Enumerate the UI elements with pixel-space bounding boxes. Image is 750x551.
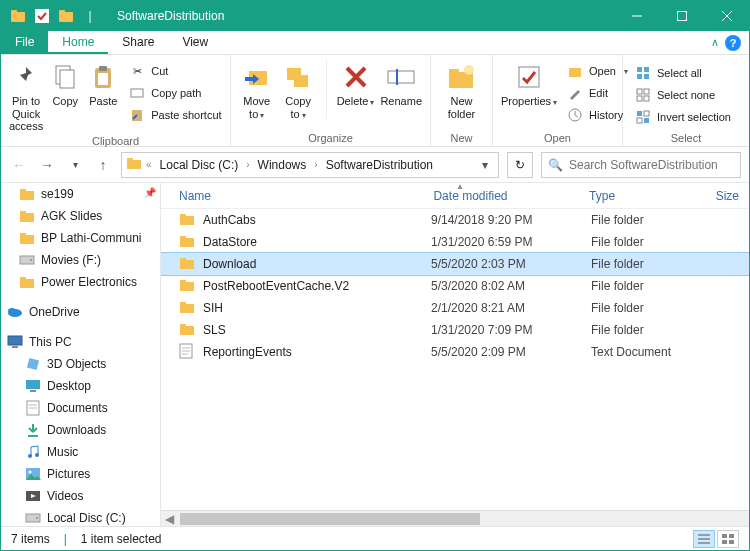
new-folder-button[interactable]: New folder [439, 59, 484, 120]
file-row-authcabs[interactable]: AuthCabs9/14/2018 9:20 PMFile folder [161, 209, 749, 231]
paste-icon [87, 61, 119, 93]
help-icon[interactable]: ? [725, 35, 741, 51]
crumb-sep-0[interactable]: › [244, 159, 251, 170]
column-size[interactable]: Size [706, 189, 749, 203]
view-details-button[interactable] [693, 530, 715, 548]
open-button[interactable]: Open▾ [563, 61, 632, 81]
svg-rect-58 [26, 380, 40, 389]
tab-file[interactable]: File [1, 31, 48, 54]
nav-quick-1[interactable]: AGK Slides [1, 205, 160, 227]
nav-pc-videos[interactable]: Videos [1, 485, 160, 507]
maximize-button[interactable] [659, 1, 704, 31]
file-row-datastore[interactable]: DataStore1/31/2020 6:59 PMFile folder [161, 231, 749, 253]
tab-share[interactable]: Share [108, 31, 168, 54]
refresh-button[interactable]: ↻ [507, 152, 533, 178]
file-date: 1/31/2020 7:09 PM [431, 323, 591, 337]
svg-point-64 [28, 454, 32, 458]
cut-button[interactable]: ✂Cut [125, 61, 225, 81]
copy-path-button[interactable]: Copy path [125, 83, 225, 103]
forward-button[interactable]: → [37, 153, 57, 177]
file-row-postrebooteventcache-v2[interactable]: PostRebootEventCache.V25/3/2020 8:02 AMF… [161, 275, 749, 297]
nav-pc-downloads[interactable]: Downloads [1, 419, 160, 441]
up-button[interactable]: ↑ [93, 153, 113, 177]
crumb-1[interactable]: Windows [254, 158, 311, 172]
file-name: Download [203, 257, 256, 271]
column-date[interactable]: Date modified [423, 189, 579, 203]
invert-selection-button[interactable]: Invert selection [631, 107, 735, 127]
file-rows[interactable]: AuthCabs9/14/2018 9:20 PMFile folderData… [161, 209, 749, 510]
rename-button[interactable]: Rename [380, 59, 422, 108]
delete-icon [340, 61, 372, 93]
select-none-icon [635, 87, 651, 103]
move-to-button[interactable]: Move to▾ [239, 59, 274, 120]
crumb-0[interactable]: Local Disc (C:) [156, 158, 243, 172]
minimize-button[interactable] [614, 1, 659, 31]
select-all-button[interactable]: Select all [631, 63, 735, 83]
ribbon-collapse-icon[interactable]: ∧ [711, 36, 719, 49]
file-name: SIH [203, 301, 223, 315]
search-box[interactable]: 🔍 [541, 152, 741, 178]
nav-pc-music[interactable]: Music [1, 441, 160, 463]
address-dropdown-icon[interactable]: ▾ [476, 158, 494, 172]
search-input[interactable] [569, 158, 734, 172]
copy-icon [49, 61, 81, 93]
svg-rect-10 [60, 70, 74, 88]
properties-button[interactable]: Properties▾ [501, 59, 557, 108]
nav-quick-4[interactable]: Power Electronics [1, 271, 160, 293]
file-row-download[interactable]: Download5/5/2020 2:03 PMFile folder [161, 253, 749, 275]
qat-folder2-icon[interactable] [55, 5, 77, 27]
qat-separator: | [79, 5, 101, 27]
qat-folder-icon[interactable] [7, 5, 29, 27]
navigation-pane[interactable]: 📌 se199AGK SlidesBP Lathi-CommuniMovies … [1, 183, 161, 526]
file-date: 2/1/2020 8:21 AM [431, 301, 591, 315]
back-button[interactable]: ← [9, 153, 29, 177]
scroll-left-icon[interactable]: ◀ [161, 512, 178, 526]
tab-home[interactable]: Home [48, 31, 108, 54]
history-button[interactable]: History [563, 105, 632, 125]
file-date: 5/3/2020 8:02 AM [431, 279, 591, 293]
nav-quick-0[interactable]: se199 [1, 183, 160, 205]
nav-this-pc[interactable]: This PC [1, 331, 160, 353]
recent-locations-button[interactable]: ▾ [65, 153, 85, 177]
nav-quick-3[interactable]: Movies (F:) [1, 249, 160, 271]
horizontal-scrollbar[interactable]: ◀ [161, 510, 749, 526]
file-row-sls[interactable]: SLS1/31/2020 7:09 PMFile folder [161, 319, 749, 341]
nav-pc-local-disc-c-[interactable]: Local Disc (C:) [1, 507, 160, 526]
edit-button[interactable]: Edit [563, 83, 632, 103]
crumb-sep-1[interactable]: › [312, 159, 319, 170]
paste-button[interactable]: Paste [87, 59, 119, 108]
select-none-button[interactable]: Select none [631, 85, 735, 105]
pin-to-quick-access-button[interactable]: Pin to Quick access [9, 59, 43, 133]
svg-rect-92 [722, 540, 727, 544]
view-large-icons-button[interactable] [717, 530, 739, 548]
nav-pc-icon-0 [25, 356, 41, 372]
nav-pc-desktop[interactable]: Desktop [1, 375, 160, 397]
crumb-2[interactable]: SoftwareDistribution [322, 158, 437, 172]
svg-rect-12 [99, 66, 107, 71]
address-bar[interactable]: « Local Disc (C:) › Windows › SoftwareDi… [121, 152, 499, 178]
nav-pc-pictures[interactable]: Pictures [1, 463, 160, 485]
close-button[interactable] [704, 1, 749, 31]
file-type: File folder [591, 235, 721, 249]
tab-view[interactable]: View [168, 31, 222, 54]
file-row-reportingevents[interactable]: ReportingEvents5/5/2020 2:09 PMText Docu… [161, 341, 749, 363]
qat-check-icon[interactable] [31, 5, 53, 27]
nav-onedrive[interactable]: OneDrive [1, 301, 160, 323]
nav-pc-documents[interactable]: Documents [1, 397, 160, 419]
nav-quick-2[interactable]: BP Lathi-Communi [1, 227, 160, 249]
file-name: AuthCabs [203, 213, 256, 227]
svg-rect-44 [20, 189, 26, 193]
column-name[interactable]: Name [161, 189, 423, 203]
open-group-label: Open [501, 130, 614, 144]
nav-pc-3d-objects[interactable]: 3D Objects [1, 353, 160, 375]
svg-rect-21 [388, 71, 414, 83]
delete-button[interactable]: Delete▾ [337, 59, 375, 108]
scrollbar-thumb[interactable] [180, 513, 480, 525]
crumb-root-sep[interactable]: « [144, 159, 154, 170]
svg-rect-14 [131, 89, 143, 97]
file-row-sih[interactable]: SIH2/1/2020 8:21 AMFile folder [161, 297, 749, 319]
paste-shortcut-button[interactable]: Paste shortcut [125, 105, 225, 125]
copy-button[interactable]: Copy [49, 59, 81, 108]
column-type[interactable]: Type [579, 189, 706, 203]
copy-to-button[interactable]: Copy to▾ [280, 59, 315, 120]
